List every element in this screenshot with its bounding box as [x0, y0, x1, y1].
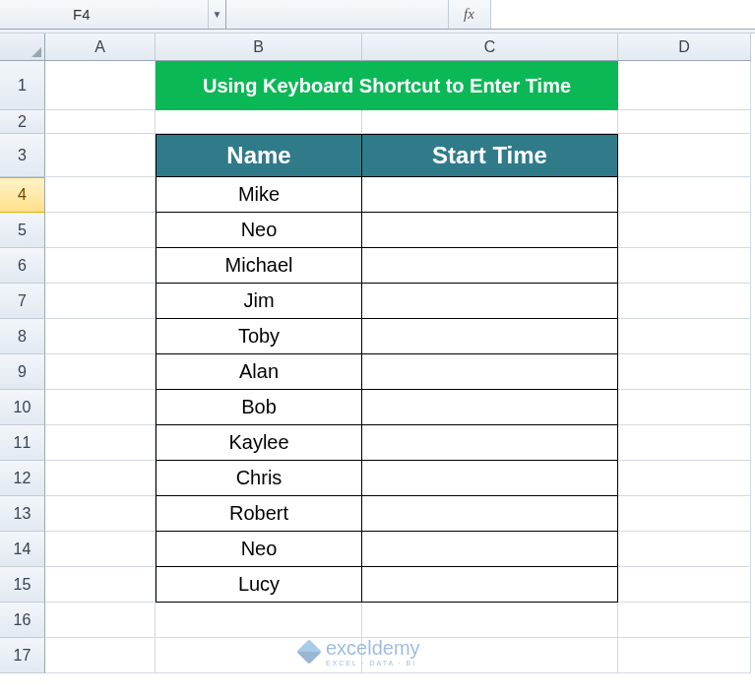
cell-D17[interactable]	[618, 638, 751, 673]
cell-D6[interactable]	[618, 248, 751, 284]
cell-D9[interactable]	[618, 354, 751, 390]
formula-bar: F4 ▼ fx	[0, 0, 755, 30]
table-header-name[interactable]: Name	[156, 134, 362, 177]
row-header[interactable]: 8	[0, 319, 45, 354]
cell-A6[interactable]	[45, 248, 156, 284]
table-cell-start[interactable]	[362, 284, 618, 319]
row-header[interactable]: 16	[0, 603, 45, 638]
row-header[interactable]: 13	[0, 496, 45, 532]
name-box[interactable]: F4 ▼	[0, 0, 226, 29]
row-header[interactable]: 14	[0, 532, 45, 567]
table-cell-start[interactable]	[362, 177, 618, 213]
table-cell-name[interactable]: Chris	[156, 461, 362, 496]
col-header-A[interactable]: A	[45, 33, 156, 61]
table-cell-name[interactable]: Lucy	[156, 567, 362, 603]
cell-D3[interactable]	[618, 134, 751, 177]
table-cell-name[interactable]: Jim	[156, 284, 362, 319]
row-header[interactable]: 17	[0, 638, 45, 673]
table-cell-start[interactable]	[362, 532, 618, 567]
col-header-C[interactable]: C	[362, 33, 618, 61]
title-cell[interactable]: Using Keyboard Shortcut to Enter Time	[156, 61, 618, 110]
table-cell-start[interactable]	[362, 461, 618, 496]
col-header-B[interactable]: B	[156, 33, 362, 61]
table-header-start-time[interactable]: Start Time	[362, 134, 618, 177]
cell-A12[interactable]	[45, 461, 156, 496]
cell-A15[interactable]	[45, 567, 156, 603]
cell-D14[interactable]	[618, 532, 751, 567]
cell-A16[interactable]	[45, 603, 156, 638]
cell-C2[interactable]	[362, 110, 618, 134]
table-cell-start[interactable]	[362, 567, 618, 603]
table-cell-start[interactable]	[362, 213, 618, 248]
cell-B17[interactable]	[156, 638, 362, 673]
name-box-dropdown-icon[interactable]: ▼	[208, 0, 225, 29]
table-cell-start[interactable]	[362, 248, 618, 284]
cell-B16[interactable]	[156, 603, 362, 638]
row-header[interactable]: 11	[0, 425, 45, 461]
cell-D8[interactable]	[618, 319, 751, 354]
row-header[interactable]: 7	[0, 284, 45, 319]
cell-D1[interactable]	[618, 61, 751, 110]
cell-D13[interactable]	[618, 496, 751, 532]
row-header[interactable]: 5	[0, 213, 45, 248]
cell-D15[interactable]	[618, 567, 751, 603]
name-box-value: F4	[71, 6, 100, 23]
cell-D7[interactable]	[618, 284, 751, 319]
table-cell-name[interactable]: Neo	[156, 532, 362, 567]
cell-C16[interactable]	[362, 603, 618, 638]
cell-A2[interactable]	[45, 110, 156, 134]
row-header[interactable]: 1	[0, 61, 45, 110]
cell-A13[interactable]	[45, 496, 156, 532]
select-all-corner[interactable]	[0, 33, 45, 61]
table-cell-start[interactable]	[362, 496, 618, 532]
cell-A14[interactable]	[45, 532, 156, 567]
cell-D2[interactable]	[618, 110, 751, 134]
row-header[interactable]: 15	[0, 567, 45, 603]
cell-D11[interactable]	[618, 425, 751, 461]
row-header[interactable]: 3	[0, 134, 45, 177]
formula-input[interactable]	[491, 0, 756, 29]
row-header[interactable]: 6	[0, 248, 45, 284]
table-cell-name[interactable]: Toby	[156, 319, 362, 354]
cell-A17[interactable]	[45, 638, 156, 673]
cell-D4[interactable]	[618, 177, 751, 213]
row-header[interactable]: 10	[0, 390, 45, 425]
table-cell-name[interactable]: Alan	[156, 354, 362, 390]
cell-A8[interactable]	[45, 319, 156, 354]
table-cell-name[interactable]: Michael	[156, 248, 362, 284]
col-header-D[interactable]: D	[618, 33, 751, 61]
table-cell-start[interactable]	[362, 354, 618, 390]
cell-C17[interactable]	[362, 638, 618, 673]
row-header[interactable]: 2	[0, 110, 45, 134]
cell-D12[interactable]	[618, 461, 751, 496]
cell-A5[interactable]	[45, 213, 156, 248]
cell-B2[interactable]	[156, 110, 362, 134]
cell-A1[interactable]	[45, 61, 156, 110]
cell-D10[interactable]	[618, 390, 751, 425]
cell-A7[interactable]	[45, 284, 156, 319]
table-cell-start[interactable]	[362, 390, 618, 425]
table-cell-name[interactable]: Neo	[156, 213, 362, 248]
row-header[interactable]: 4	[0, 177, 45, 213]
table-cell-start[interactable]	[362, 319, 618, 354]
row-header[interactable]: 9	[0, 354, 45, 390]
cell-A4[interactable]	[45, 177, 156, 213]
cell-A10[interactable]	[45, 390, 156, 425]
cell-A9[interactable]	[45, 354, 156, 390]
fx-icon[interactable]: fx	[448, 0, 491, 29]
cell-D16[interactable]	[618, 603, 751, 638]
formula-bar-mid: fx	[226, 0, 491, 29]
row-header[interactable]: 12	[0, 461, 45, 496]
cell-A11[interactable]	[45, 425, 156, 461]
spreadsheet-grid[interactable]: A B C D 1 Using Keyboard Shortcut to Ent…	[0, 33, 755, 673]
cell-A3[interactable]	[45, 134, 156, 177]
table-cell-name[interactable]: Robert	[156, 496, 362, 532]
table-cell-name[interactable]: Kaylee	[156, 425, 362, 461]
cell-D5[interactable]	[618, 213, 751, 248]
table-cell-start[interactable]	[362, 425, 618, 461]
table-cell-name[interactable]: Bob	[156, 390, 362, 425]
table-cell-name[interactable]: Mike	[156, 177, 362, 213]
